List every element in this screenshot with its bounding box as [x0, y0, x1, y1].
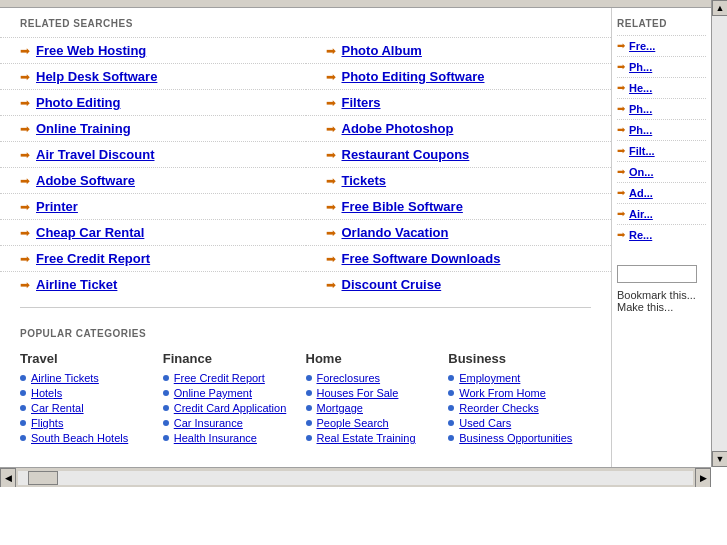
category-link[interactable]: Car Insurance [174, 417, 243, 429]
related-link[interactable]: Photo Editing [36, 95, 120, 110]
right-panel-label: RELATED [617, 18, 706, 29]
scroll-up-btn[interactable]: ▲ [712, 0, 727, 16]
scroll-track [18, 471, 693, 485]
category-link[interactable]: South Beach Hotels [31, 432, 128, 444]
category-link[interactable]: Employment [459, 372, 520, 384]
arrow-icon: ➡ [20, 174, 30, 188]
link-row-left: ➡Cheap Car Rental [0, 219, 306, 245]
rp-bullet: ➡ [617, 229, 625, 240]
right-panel-link[interactable]: On... [629, 166, 653, 178]
related-link[interactable]: Free Software Downloads [342, 251, 501, 266]
category-link[interactable]: People Search [317, 417, 389, 429]
right-panel-link-item: ➡Ph... [617, 56, 706, 77]
category-link[interactable]: Houses For Sale [317, 387, 399, 399]
arrow-icon: ➡ [326, 44, 336, 58]
arrow-icon: ➡ [20, 226, 30, 240]
related-link[interactable]: Filters [342, 95, 381, 110]
related-link[interactable]: Cheap Car Rental [36, 225, 144, 240]
category-col-business: BusinessEmploymentWork From HomeReorder … [448, 351, 591, 447]
popular-categories-section: POPULAR CATEGORIES TravelAirline Tickets… [0, 318, 611, 457]
arrow-icon: ➡ [326, 278, 336, 292]
arrow-icon: ➡ [326, 200, 336, 214]
right-panel-link[interactable]: Air... [629, 208, 653, 220]
category-link[interactable]: Car Rental [31, 402, 84, 414]
category-link[interactable]: Reorder Checks [459, 402, 538, 414]
link-row-right: ➡Adobe Photoshop [306, 115, 612, 141]
related-link[interactable]: Help Desk Software [36, 69, 157, 84]
right-scrollbar: ▲ ▼ [711, 0, 727, 467]
bookmark-line2: Make this... [617, 301, 706, 313]
bullet-icon [306, 420, 312, 426]
category-link[interactable]: Used Cars [459, 417, 511, 429]
category-link[interactable]: Health Insurance [174, 432, 257, 444]
right-panel-link-item: ➡Ad... [617, 182, 706, 203]
link-row-right: ➡Restaurant Coupons [306, 141, 612, 167]
bottom-scrollbar: ◀ ▶ [0, 468, 711, 488]
related-link[interactable]: Tickets [342, 173, 387, 188]
scroll-left-btn[interactable]: ◀ [0, 468, 16, 488]
rp-bullet: ➡ [617, 82, 625, 93]
related-link[interactable]: Restaurant Coupons [342, 147, 470, 162]
bullet-icon [20, 405, 26, 411]
category-link[interactable]: Mortgage [317, 402, 363, 414]
list-item: South Beach Hotels [20, 432, 163, 444]
right-panel-link[interactable]: Filt... [629, 145, 655, 157]
category-link[interactable]: Airline Tickets [31, 372, 99, 384]
right-panel-link[interactable]: Ad... [629, 187, 653, 199]
bullet-icon [306, 375, 312, 381]
links-left-col: ➡Free Web Hosting➡Help Desk Software➡Pho… [0, 37, 306, 297]
related-link[interactable]: Photo Album [342, 43, 422, 58]
related-link[interactable]: Free Web Hosting [36, 43, 146, 58]
related-link[interactable]: Photo Editing Software [342, 69, 485, 84]
right-panel-link[interactable]: Ph... [629, 61, 652, 73]
list-item: Car Rental [20, 402, 163, 414]
arrow-icon: ➡ [326, 122, 336, 136]
category-link[interactable]: Business Opportunities [459, 432, 572, 444]
list-item: Car Insurance [163, 417, 306, 429]
category-link[interactable]: Online Payment [174, 387, 252, 399]
related-link[interactable]: Printer [36, 199, 78, 214]
scroll-down-btn[interactable]: ▼ [712, 451, 727, 467]
right-panel-link[interactable]: Ph... [629, 124, 652, 136]
related-link[interactable]: Airline Ticket [36, 277, 117, 292]
related-link[interactable]: Online Training [36, 121, 131, 136]
category-link[interactable]: Work From Home [459, 387, 546, 399]
category-link[interactable]: Flights [31, 417, 63, 429]
bullet-icon [448, 405, 454, 411]
bullet-icon [306, 390, 312, 396]
arrow-icon: ➡ [326, 96, 336, 110]
bullet-icon [448, 390, 454, 396]
list-item: Employment [448, 372, 591, 384]
category-heading: Home [306, 351, 449, 366]
category-link[interactable]: Free Credit Report [174, 372, 265, 384]
related-link[interactable]: Free Bible Software [342, 199, 463, 214]
related-link[interactable]: Free Credit Report [36, 251, 150, 266]
rp-bullet: ➡ [617, 145, 625, 156]
related-link[interactable]: Adobe Photoshop [342, 121, 454, 136]
links-right-col: ➡Photo Album➡Photo Editing Software➡Filt… [306, 37, 612, 297]
related-link[interactable]: Adobe Software [36, 173, 135, 188]
related-link[interactable]: Orlando Vacation [342, 225, 449, 240]
right-panel-link[interactable]: Ph... [629, 103, 652, 115]
category-heading: Travel [20, 351, 163, 366]
right-panel-link[interactable]: Re... [629, 229, 652, 241]
right-panel-link[interactable]: He... [629, 82, 652, 94]
related-link[interactable]: Discount Cruise [342, 277, 442, 292]
category-link[interactable]: Real Estate Training [317, 432, 416, 444]
right-panel: RELATED ➡Fre...➡Ph...➡He...➡Ph...➡Ph...➡… [611, 8, 711, 467]
related-searches-label: RELATED SEARCHES [0, 18, 611, 37]
right-panel-link[interactable]: Fre... [629, 40, 655, 52]
category-link[interactable]: Credit Card Application [174, 402, 287, 414]
right-panel-link-item: ➡Ph... [617, 119, 706, 140]
bullet-icon [163, 375, 169, 381]
bullet-icon [163, 435, 169, 441]
link-row-right: ➡Filters [306, 89, 612, 115]
category-link[interactable]: Foreclosures [317, 372, 381, 384]
category-link[interactable]: Hotels [31, 387, 62, 399]
related-link[interactable]: Air Travel Discount [36, 147, 154, 162]
list-item: Airline Tickets [20, 372, 163, 384]
category-col-finance: FinanceFree Credit ReportOnline PaymentC… [163, 351, 306, 447]
link-row-left: ➡Free Credit Report [0, 245, 306, 271]
bullet-icon [20, 390, 26, 396]
scroll-right-btn[interactable]: ▶ [695, 468, 711, 488]
